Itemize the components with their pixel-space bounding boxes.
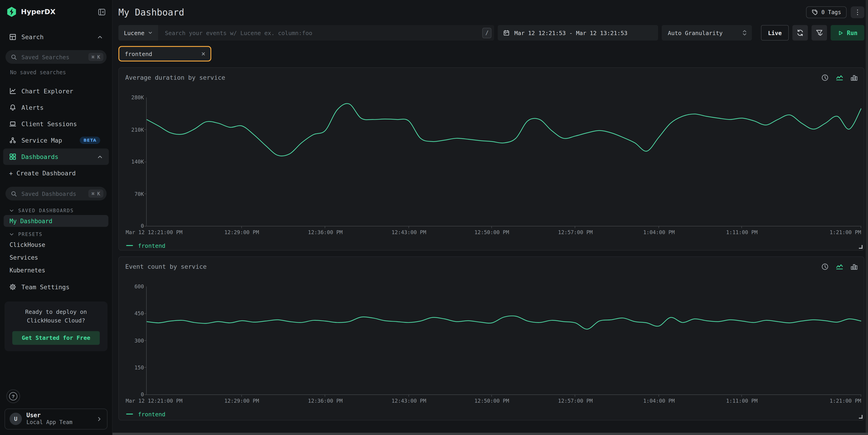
dashboard-menu-button[interactable] [851,6,864,18]
live-button[interactable]: Live [761,25,788,40]
y-axis-label: 0 [126,223,144,229]
line-chart-icon[interactable] [836,73,843,81]
clickhouse-cloud-promo: Ready to deploy on ClickHouse Cloud? Get… [5,302,107,351]
refresh-icon [796,29,804,36]
saved-searches-search[interactable]: ⌘ K [5,50,106,64]
time-range-picker[interactable]: Mar 12 12:21:53 - Mar 12 13:21:53 [498,25,658,40]
filter-chip-value: frontend [125,50,152,57]
x-axis-tick [491,226,492,228]
x-axis-label: 12:50:00 PM [474,229,509,236]
sidebar-item-client-sessions[interactable]: Client Sessions [0,116,112,132]
close-icon[interactable]: × [201,50,206,57]
select-chevrons-icon [742,29,748,36]
time-history-icon[interactable] [821,262,829,270]
app-window: HyperDX Search ⌘ K No saved searches [0,0,868,435]
sidebar: HyperDX Search ⌘ K No saved searches [0,0,113,435]
chart-title: Average duration by service [125,74,225,81]
legend-line-swatch [126,413,133,415]
x-axis-tick [741,226,742,228]
x-axis-label: 12:36:00 PM [308,398,342,404]
x-axis-label: 1:04:00 PM [643,229,675,236]
section-saved-dashboards[interactable]: SAVED DASHBOARDS [0,207,112,214]
y-axis-label: 450 [126,310,144,317]
granularity-select[interactable]: Auto Granularity [662,25,752,40]
search-input[interactable] [164,29,483,37]
calendar-icon [503,30,510,36]
run-button[interactable]: Run [830,25,864,40]
search-icon [11,54,17,60]
ellipsis-icon [857,9,858,10]
help-button[interactable]: ? [6,389,20,403]
dashboard-label: My Dashboard [9,218,52,224]
bar-chart-icon[interactable] [850,73,858,81]
resize-handle[interactable] [859,245,863,249]
sidebar-bottom: ? U User Local App Team [0,389,112,430]
saved-dashboard-my-dashboard[interactable]: My Dashboard [4,215,108,227]
x-axis-tick [325,226,326,228]
main-content: My Dashboard 0 Tags Lucene [113,0,868,435]
x-axis-label: 12:50:00 PM [474,398,509,404]
get-started-button[interactable]: Get Started for Free [12,331,100,345]
preset-kubernetes[interactable]: Kubernetes [4,264,108,276]
line-chart-icon[interactable] [836,262,843,270]
saved-dashboards-search[interactable]: ⌘ K [5,187,106,200]
x-axis-label: Mar 12 12:21:00 PM [126,398,182,404]
refresh-button[interactable] [792,25,808,40]
y-axis-label: 300 [126,337,144,344]
y-axis-tick [144,394,147,395]
x-axis-label: Mar 12 12:21:00 PM [126,229,182,236]
x-axis-tick [408,226,409,228]
x-axis-label: 1:21:00 PM [830,398,861,404]
chart-legend[interactable]: frontend [126,410,862,418]
chart-toolbar [821,262,858,270]
x-axis-label: 12:43:00 PM [392,229,426,236]
cmd-k-shortcut: ⌘ K [88,189,103,198]
chart-legend[interactable]: frontend [126,242,862,249]
sidebar-item-service-map[interactable]: Service Map BETA [0,132,112,149]
x-axis-tick [241,395,242,397]
y-axis-label: 210K [126,126,144,133]
line-chart-plot[interactable]: 0150300450600Mar 12 12:21:00 PM12:29:00 … [146,286,861,395]
saved-searches-input[interactable] [21,53,85,61]
sidebar-item-search[interactable]: Search [0,29,112,44]
scrollbar-track[interactable] [866,0,868,433]
y-axis-label: 600 [126,283,144,290]
chart-card-header: Event count by service [125,262,862,271]
line-chart-plot[interactable]: 070K140K210K280KMar 12 12:21:00 PM12:29:… [146,97,861,226]
hyperdx-logo-icon [6,6,17,18]
promo-text: Ready to deploy on ClickHouse Cloud? [8,307,104,325]
x-axis-tick [491,395,492,397]
time-history-icon[interactable] [821,73,829,81]
filter-chip-frontend[interactable]: frontend × [118,46,211,61]
query-toolbar: Lucene / Mar 12 12:21:53 - Mar 12 13:21:… [118,25,864,40]
sidebar-collapse-icon[interactable] [98,8,106,16]
user-menu[interactable]: U User Local App Team [5,408,107,430]
bottom-scrollbar[interactable] [0,433,868,435]
filter-button[interactable] [811,25,827,40]
chart: 070K140K210K280KMar 12 12:21:00 PM12:29:… [125,97,862,249]
chart-toolbar [821,73,858,81]
sidebar-item-dashboards[interactable]: Dashboards [3,149,109,165]
resize-handle[interactable] [859,415,863,418]
preset-clickhouse[interactable]: ClickHouse [4,239,108,251]
section-presets[interactable]: PRESETS [0,230,112,238]
chevron-down-icon [148,31,153,35]
tag-icon [811,9,818,15]
query-language-select[interactable]: Lucene [118,25,158,40]
sidebar-item-alerts[interactable]: Alerts [0,99,112,116]
sidebar-item-chart-explorer[interactable]: Chart Explorer [0,83,112,99]
page-header: My Dashboard 0 Tags [118,5,864,19]
y-axis-label: 70K [126,191,144,197]
create-dashboard-button[interactable]: + Create Dashboard [0,165,112,181]
sidebar-item-team-settings[interactable]: Team Settings [0,279,112,295]
chevron-up-icon[interactable] [97,154,103,160]
service-map-icon [9,137,17,144]
bar-chart-icon[interactable] [850,262,858,270]
x-axis-tick [658,226,659,228]
chevron-up-icon[interactable] [97,34,103,40]
x-axis-label: 1:04:00 PM [643,398,675,404]
y-axis-tick [144,340,147,341]
preset-services[interactable]: Services [4,251,108,263]
tags-button[interactable]: 0 Tags [806,6,846,18]
saved-dashboards-input[interactable] [21,190,85,197]
